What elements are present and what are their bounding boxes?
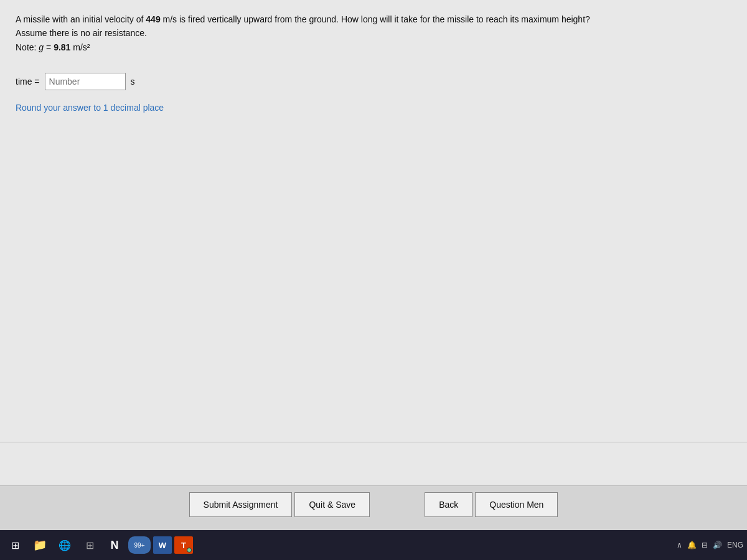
chevron-button[interactable]: ∧ <box>677 541 682 549</box>
taskbar-notification-icon[interactable]: 🔔 <box>687 541 697 549</box>
question-block: A missile with an initial velocity of 44… <box>16 12 731 54</box>
note-prefix: Note: <box>16 42 39 52</box>
word-button[interactable]: W <box>153 536 172 554</box>
chevron-icon: ∧ <box>677 541 682 549</box>
answer-row: time = s <box>16 73 731 90</box>
question-line2: Assume there is no air resistance. <box>16 26 731 40</box>
bell-icon: 🔔 <box>687 541 697 549</box>
start-icon: ⊞ <box>11 539 19 551</box>
notification-badge[interactable]: 99+ <box>128 536 151 554</box>
taskbar: ⊞ 📁 🌐 ⊞ N 99+ W T ∧ 🔔 ⊟ 🔊 ENG <box>0 530 747 560</box>
speaker-button[interactable]: 🔊 <box>713 541 722 549</box>
teams-button[interactable]: T <box>174 536 193 554</box>
grid-button[interactable]: ⊞ <box>78 534 101 556</box>
number-input[interactable] <box>45 73 126 90</box>
teams-icon: T <box>181 541 186 550</box>
g-unit: m/s² <box>70 42 90 52</box>
separator <box>0 442 747 442</box>
folder-icon: 📁 <box>33 538 47 552</box>
notepad-button[interactable]: N <box>103 534 126 556</box>
q-prefix: A missile with an initial velocity of <box>16 14 146 24</box>
main-content: A missile with an initial velocity of 44… <box>0 0 747 523</box>
speaker-icon: 🔊 <box>713 541 722 549</box>
back-button[interactable]: Back <box>425 492 472 517</box>
word-icon: W <box>159 541 166 550</box>
g-variable: g <box>39 42 44 52</box>
hint-text: Round your answer to 1 decimal place <box>16 103 731 113</box>
folder-button[interactable]: 📁 <box>29 534 51 556</box>
teams-status-dot <box>187 548 192 553</box>
action-bar: Submit Assignment Quit & Save Back Quest… <box>0 485 747 523</box>
equals-sign: = <box>44 42 54 52</box>
lang-label: ENG <box>727 541 743 549</box>
question-menu-button[interactable]: Question Men <box>475 492 558 517</box>
edge-icon: 🌐 <box>59 539 71 551</box>
q-suffix: m/s is fired vertically upward from the … <box>161 14 590 24</box>
quit-save-button[interactable]: Quit & Save <box>294 492 370 517</box>
grid-icon: ⊞ <box>86 539 94 551</box>
notepad-icon: N <box>111 539 119 552</box>
badge-count: 99+ <box>134 542 145 549</box>
edge-button[interactable]: 🌐 <box>54 534 76 556</box>
lang-indicator[interactable]: ENG <box>727 541 743 549</box>
submit-assignment-button[interactable]: Submit Assignment <box>189 492 293 517</box>
question-line1: A missile with an initial velocity of 44… <box>16 12 731 26</box>
velocity-value: 449 <box>146 14 160 24</box>
unit-label: s <box>131 77 135 86</box>
g-value: 9.81 <box>54 42 70 52</box>
taskbar-right: ∧ 🔔 ⊟ 🔊 ENG <box>677 541 743 549</box>
start-button[interactable]: ⊞ <box>4 534 26 556</box>
time-label: time = <box>16 77 40 86</box>
network-icon: ⊟ <box>702 541 708 549</box>
network-icon-button[interactable]: ⊟ <box>702 541 708 549</box>
question-line3: Note: g = 9.81 m/s² <box>16 40 731 54</box>
